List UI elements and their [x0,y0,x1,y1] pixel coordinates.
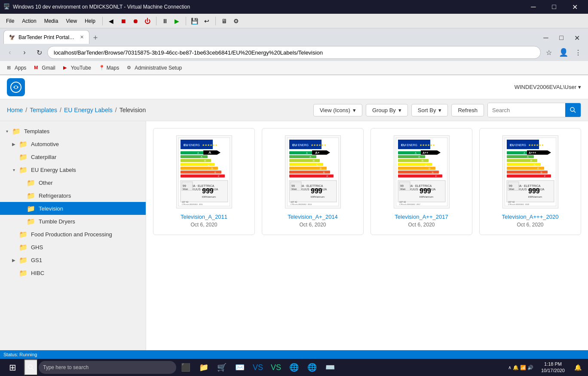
start-button[interactable]: ⊞ [2,359,23,376]
bookmark-youtube-label: YouTube [71,65,91,71]
svg-text:Watt: Watt [291,188,297,190]
svg-rect-11 [181,159,211,162]
groupby-button[interactable]: Group By ▾ [366,104,408,116]
taskbar-chrome[interactable]: 🌐 [285,359,303,376]
toolbar-play-icon[interactable]: ▶ [172,16,182,26]
bookmark-admin[interactable]: ⚙ Administrative Setup [123,64,185,72]
sidebar-item-television[interactable]: 📁 Television [0,202,146,215]
sidebar-item-refrigerators[interactable]: 📁 Refrigerators [0,189,146,202]
taskbar-vscode[interactable]: VS [249,359,266,376]
taskbar-mail[interactable]: ✉️ [231,359,248,376]
toolbar-undo-icon[interactable]: ↩ [202,16,212,26]
breadcrumb: Home / Templates / EU Energy Labels / Te… [7,107,310,113]
taskbar-search-box[interactable]: Type here to search [39,361,176,374]
bookmark-button[interactable]: ☆ [542,46,555,59]
svg-text:CTN  inch  2020/1062 · 2020: CTN inch 2020/1062 · 2020 [508,203,530,205]
back-button[interactable]: ‹ [3,46,16,59]
bookmark-maps[interactable]: 📍 Maps [95,64,122,72]
bookmark-apps[interactable]: ⊞ Apps [3,64,30,72]
svg-text:99: 99 [291,184,295,187]
menu-media[interactable]: Media [41,17,62,25]
breadcrumb-eu-energy[interactable]: EU Energy Labels [64,107,113,113]
menu-view[interactable]: View [62,17,80,25]
sidebar-item-gs1[interactable]: ▶ 📁 GS1 [0,254,146,266]
toolbar-pause-icon[interactable]: ⏸ [160,16,170,26]
card-title-tv-aplus-2014: Television_A+_2014 [288,214,338,220]
browser-close-button[interactable]: ✕ [569,32,585,44]
menu-action[interactable]: Action [18,17,40,25]
tab-close-button[interactable]: ✕ [80,34,84,40]
taskbar-terminal[interactable]: ⌨️ [322,359,339,376]
breadcrumb-sep-3: / [115,107,117,113]
browser-tab-active[interactable]: 🦅 BarTender Print Portal - Seagull S... … [3,30,89,44]
sidebar-item-food-production[interactable]: 📁 Food Production and Processing [0,228,146,241]
minimize-button[interactable]: ─ [524,0,543,14]
sidebar-item-tumble-dryers[interactable]: 📁 Tumble Dryers [0,215,146,228]
sidebar-label-caterpillar: Caterpillar [31,154,56,160]
view-label: View (Icons) [320,107,350,113]
taskbar-clock[interactable]: 1:18 PM 10/17/2020 [538,361,568,374]
breadcrumb-home[interactable]: Home [7,107,23,113]
search-button[interactable] [565,103,581,117]
sidebar-item-hibc[interactable]: 📁 HIBC [0,266,146,279]
refresh-button[interactable]: Refresh [451,104,484,116]
reload-button[interactable]: ↻ [33,46,46,59]
svg-text:D: D [429,167,431,170]
folder-icon-tumble-dryers: 📁 [27,217,35,226]
sidebar-item-eu-energy-labels[interactable]: ▾ 📁 EU Energy Labels [0,163,146,176]
taskbar-search-icon[interactable] [24,359,38,376]
toolbar-back-icon[interactable]: ◀ [106,16,116,26]
taskbar-store[interactable]: 🛒 [213,359,230,376]
toggle-templates: ▾ [3,129,10,134]
search-input[interactable] [488,103,565,117]
menu-help[interactable]: Help [81,17,99,25]
toolbar-remote-icon[interactable]: 🖥 [219,16,230,26]
browser-controls-row: ‹ › ↻ ☆ 👤 ⋮ [0,44,588,61]
close-button[interactable]: ✕ [565,0,585,14]
app-header: WINDEV2006EVAL\User ▾ [0,75,588,99]
sidebar: ▾ 📁 Templates ▶ 📁 Automotive 📁 Caterpill… [0,121,146,376]
template-card-tv-aplusplus-2017[interactable]: EU ENERG ★★★★★★ A [371,128,472,235]
toolbar-stop-icon[interactable]: ⏹ [118,16,129,26]
new-tab-button[interactable]: + [89,32,101,44]
maximize-button[interactable]: □ [544,0,564,14]
taskbar-ie[interactable]: 🌐 [303,359,321,376]
bookmark-youtube[interactable]: ▶ YouTube [60,64,95,72]
view-button[interactable]: View (Icons) ▾ [313,104,362,116]
sidebar-item-caterpillar[interactable]: 📁 Caterpillar [0,150,146,163]
folder-icon-automotive: 📁 [19,140,28,148]
toolbar-save-icon[interactable]: 💾 [190,16,200,26]
more-button[interactable]: ⋮ [572,46,585,59]
toolbar-settings-icon[interactable]: ⚙ [231,16,242,26]
svg-text:D: D [320,167,322,170]
card-title-tv-aplusplus-2017: Television_A++_2017 [395,214,448,220]
template-card-tv-a-2011[interactable]: EU ENERG ★★★★★★ [153,128,255,235]
taskbar-explorer[interactable]: 📁 [195,359,212,376]
bookmark-apps-label: Apps [15,65,26,71]
taskbar-sys-tray[interactable]: ∧ 🔔 📶 🔊 [505,365,537,370]
toolbar-power-icon[interactable]: ⏻ [142,16,153,26]
bookmark-maps-label: Maps [107,65,119,71]
sidebar-item-other[interactable]: 📁 Other [0,176,146,189]
toolbar-record-icon[interactable]: ⏺ [130,16,141,26]
svg-text:F: F [218,175,220,177]
sortby-button[interactable]: Sort By ▾ [411,104,448,116]
sidebar-item-templates[interactable]: ▾ 📁 Templates [0,125,146,138]
taskbar-task-view[interactable]: ⬛ [177,359,194,376]
bookmark-gmail[interactable]: M Gmail [31,64,58,72]
address-bar[interactable] [47,46,541,59]
taskbar-vscode-insiders[interactable]: VS [267,359,285,376]
browser-minimize-button[interactable]: ─ [538,32,554,44]
breadcrumb-templates[interactable]: Templates [30,107,57,113]
profile-button[interactable]: 👤 [557,46,570,59]
sidebar-item-automotive[interactable]: ▶ 📁 Automotive [0,138,146,150]
svg-text:Watt: Watt [183,188,188,190]
sidebar-item-ghs[interactable]: 📁 GHS [0,241,146,254]
template-card-tv-aplus-2014[interactable]: EU ENERG ★★★★★★ A [262,128,364,235]
taskbar-notification-center[interactable]: 🔔 [569,359,586,376]
user-menu[interactable]: WINDEV2006EVAL\User ▾ [514,84,581,90]
browser-maximize-button[interactable]: □ [554,32,569,44]
menu-file[interactable]: File [3,17,18,25]
forward-button[interactable]: › [18,46,31,59]
template-card-tv-aplusplusplus-2020[interactable]: EU ENERG ★★★★★★ A [479,128,581,235]
